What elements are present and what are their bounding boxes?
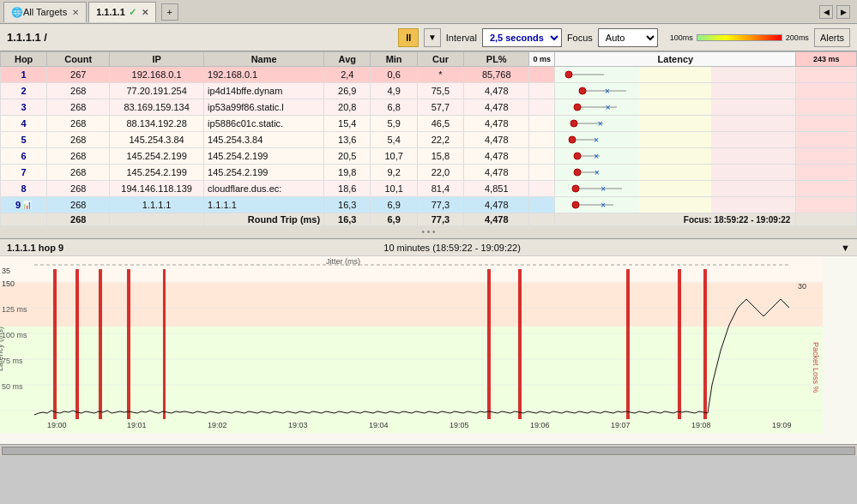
cell-pl: 4,478 (464, 165, 529, 181)
svg-point-39 (574, 153, 581, 159)
chart-dropdown-icon[interactable]: ▼ (841, 243, 850, 253)
svg-rect-72 (99, 269, 102, 419)
svg-text:Jitter (ms): Jitter (ms) (326, 257, 360, 266)
svg-text:×: × (594, 152, 600, 161)
cell-name: cloudflare.dus.ec: (204, 181, 324, 197)
svg-rect-3 (711, 67, 795, 82)
svg-rect-30 (711, 132, 795, 147)
table-row[interactable]: 3 268 83.169.159.134 ip53a99f86.static.l… (1, 99, 857, 116)
svg-text:×: × (598, 119, 603, 129)
svg-text:50 ms: 50 ms (2, 382, 23, 391)
cell-avg-summary: 16,3 (324, 213, 371, 226)
svg-rect-22 (639, 116, 711, 131)
table-row[interactable]: 5 268 145.254.3.84 145.254.3.84 13,6 5,4… (1, 132, 857, 148)
table-row[interactable]: 8 268 194.146.118.139 cloudflare.dus.ec:… (1, 181, 857, 197)
cell-name: 145.254.2.199 (204, 165, 324, 181)
cell-hop: 1 (1, 67, 47, 83)
cell-avg: 16,3 (324, 197, 371, 213)
chart-header: 1.1.1.1 hop 9 10 minutes (18:59:22 - 19:… (0, 239, 857, 256)
svg-rect-75 (487, 269, 491, 419)
svg-text:100 ms: 100 ms (2, 331, 27, 339)
tab-bar: 🌐 All Targets ✕ 1.1.1.1 ✓ ✕ + ◀ ▶ (0, 0, 857, 24)
table-row[interactable]: 2 268 77.20.191.254 ip4d14bffe.dynam 26,… (1, 83, 857, 99)
cell-243 (796, 165, 857, 181)
cell-bar-start (529, 67, 555, 83)
tab-nav-prev[interactable]: ◀ (819, 5, 833, 19)
svg-rect-51 (711, 181, 795, 196)
cell-243 (796, 116, 857, 132)
svg-rect-16 (711, 99, 795, 115)
cell-avg: 15,4 (324, 116, 371, 132)
hop-table: Hop Count IP Name Avg Min Cur PL% 0 ms L… (0, 51, 857, 226)
svg-point-25 (570, 120, 577, 127)
table-header-row: Hop Count IP Name Avg Min Cur PL% 0 ms L… (1, 52, 857, 67)
scale-200ms: 200ms (786, 33, 809, 42)
col-hop: Hop (1, 52, 47, 67)
cell-name-summary: Round Trip (ms) (204, 213, 324, 226)
svg-point-53 (572, 185, 579, 192)
svg-point-32 (569, 136, 576, 143)
focus-select[interactable]: Auto (598, 28, 658, 47)
cell-ip: 145.254.3.84 (110, 132, 204, 148)
cell-ip: 77.20.191.254 (110, 83, 204, 99)
toolbar: 1.1.1.1 / ⏸ ▼ Interval 2,5 seconds Focus… (0, 24, 857, 51)
pause-button[interactable]: ⏸ (398, 28, 419, 47)
tab-all-targets-close[interactable]: ✕ (72, 8, 79, 17)
col-243ms: 243 ms (796, 52, 857, 67)
svg-rect-29 (639, 132, 711, 147)
cell-pl-summary: 4,478 (464, 213, 529, 226)
cell-latency-summary: Focus: 18:59:22 - 19:09:22 (555, 213, 796, 226)
svg-point-60 (572, 201, 579, 208)
cell-ip: 145.254.2.199 (110, 165, 204, 181)
tab-nav-next[interactable]: ▶ (836, 5, 850, 19)
scrollbar-thumb[interactable] (2, 447, 855, 455)
svg-text:19:06: 19:06 (530, 421, 550, 429)
cell-ip: 194.146.118.139 (110, 181, 204, 197)
tab-all-targets[interactable]: 🌐 All Targets ✕ (3, 2, 87, 22)
cell-min: 5,9 (371, 116, 417, 132)
table-row[interactable]: 7 268 145.254.2.199 145.254.2.199 19,8 9… (1, 165, 857, 181)
cell-name: ip53a99f86.static.l (204, 99, 324, 116)
tab-main-close[interactable]: ✕ (142, 8, 148, 17)
svg-text:75 ms: 75 ms (2, 357, 23, 365)
svg-text:19:05: 19:05 (450, 421, 469, 429)
cell-bar-summary (529, 213, 555, 226)
cell-pl: 4,478 (464, 116, 529, 132)
page-title: 1.1.1.1 / (7, 31, 393, 44)
col-name: Name (204, 52, 324, 67)
cell-bar-start (529, 132, 555, 148)
svg-text:×: × (601, 184, 607, 194)
cell-pl: 4,478 (464, 99, 529, 116)
cell-avg: 2,4 (324, 67, 371, 83)
cell-ip: 1.1.1.1 (110, 197, 204, 213)
col-0ms: 0 ms (529, 52, 555, 67)
cell-avg: 13,6 (324, 132, 371, 148)
table-row[interactable]: 4 268 88.134.192.28 ip5886c01c.static. 1… (1, 116, 857, 132)
cell-min: 0,6 (371, 67, 417, 83)
table-row[interactable]: 1 267 192.168.0.1 192.168.0.1 2,4 0,6 * … (1, 67, 857, 83)
svg-text:19:02: 19:02 (208, 421, 227, 429)
cell-min: 10,1 (371, 181, 417, 197)
globe-icon: 🌐 (11, 7, 23, 18)
table-row[interactable]: 9 📊 268 1.1.1.1 1.1.1.1 16,3 6,9 77,3 4,… (1, 197, 857, 213)
cell-latency (555, 67, 796, 83)
cell-bar-start (529, 99, 555, 116)
svg-text:19:00: 19:00 (47, 421, 67, 429)
tab-main[interactable]: 1.1.1.1 ✓ ✕ (88, 2, 156, 22)
col-ip: IP (110, 52, 204, 67)
table-row[interactable]: 6 268 145.254.2.199 145.254.2.199 20,5 1… (1, 148, 857, 165)
pause-dropdown[interactable]: ▼ (424, 28, 441, 47)
summary-row: 268 Round Trip (ms) 16,3 6,9 77,3 4,478 … (1, 213, 857, 226)
tab-nav: ◀ ▶ (819, 5, 857, 19)
svg-rect-57 (639, 197, 711, 213)
cell-hop: 7 (1, 165, 47, 181)
cell-name: 145.254.3.84 (204, 132, 324, 148)
alerts-tab[interactable]: Alerts (814, 28, 850, 47)
cell-avg: 20,8 (324, 99, 371, 116)
tab-add-button[interactable]: + (161, 3, 178, 21)
tab-main-label: 1.1.1.1 (96, 7, 125, 17)
cell-name: ip4d14bffe.dynam (204, 83, 324, 99)
interval-select[interactable]: 2,5 seconds (482, 28, 562, 47)
hop-table-wrapper: Hop Count IP Name Avg Min Cur PL% 0 ms L… (0, 51, 857, 226)
horizontal-scrollbar[interactable] (0, 444, 857, 456)
